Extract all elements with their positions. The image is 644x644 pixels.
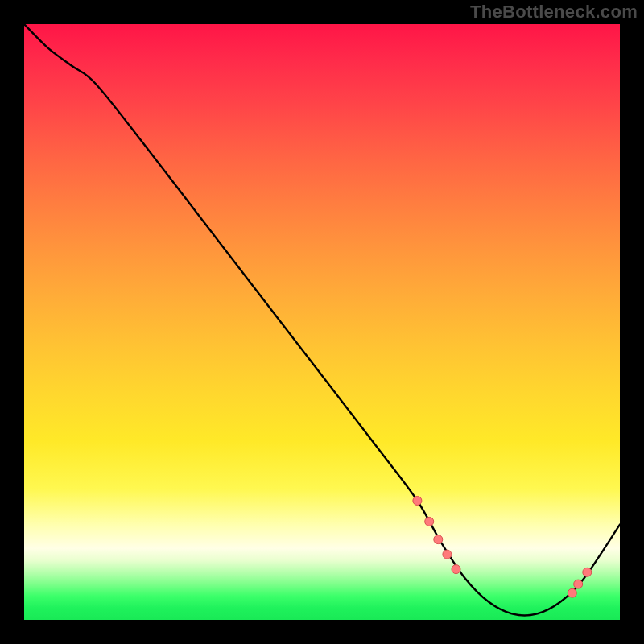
curve-marker (574, 580, 583, 588)
curve-marker (413, 497, 422, 506)
curve-marker (568, 588, 576, 597)
watermark-text: TheBottleneck.com (470, 2, 638, 23)
curve-marker (583, 568, 592, 576)
curve-marker (434, 535, 443, 544)
plot-area (24, 24, 620, 620)
curve-marker (443, 550, 452, 559)
chart-frame: TheBottleneck.com (0, 0, 644, 644)
curve-marker (425, 517, 434, 526)
curve-marker (452, 565, 460, 574)
curve-markers (24, 24, 620, 620)
